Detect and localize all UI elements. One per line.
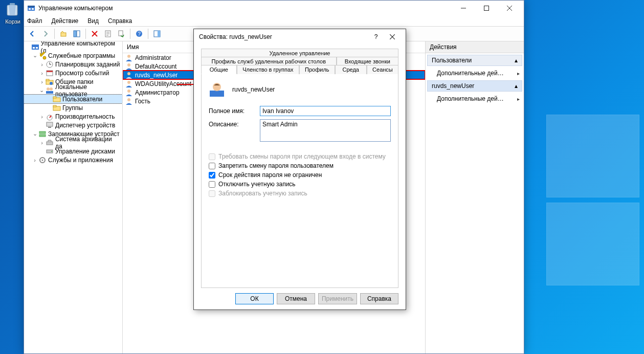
tree-utilities[interactable]: ⌄Служебные программы xyxy=(24,51,122,60)
svg-rect-18 xyxy=(33,47,35,49)
svg-point-20 xyxy=(43,56,46,59)
svg-text:?: ? xyxy=(138,31,141,37)
svg-rect-37 xyxy=(39,131,46,134)
check-never-expires[interactable]: Срок действия пароля не ограничен xyxy=(209,171,391,179)
svg-point-43 xyxy=(42,159,43,161)
menu-help[interactable]: Справка xyxy=(107,16,133,26)
desktop-light-effect xyxy=(547,115,644,291)
svg-rect-39 xyxy=(47,142,53,145)
svg-point-48 xyxy=(127,90,130,93)
action-more-users[interactable]: Дополнительные дей…▸ xyxy=(426,68,524,79)
svg-point-46 xyxy=(127,72,130,75)
svg-rect-31 xyxy=(53,97,56,98)
dialog-titlebar[interactable]: Свойства: ruvds_newUser ? xyxy=(194,29,406,45)
action-pane: Действия Пользователи▴ Дополнительные де… xyxy=(426,41,524,353)
window-title: Управление компьютером xyxy=(38,5,452,12)
tree-device-manager[interactable]: Диспетчер устройств xyxy=(24,121,122,129)
tab-member-of[interactable]: Членство в группах xyxy=(237,65,299,74)
tab-rds-profile[interactable]: Профиль служб удаленных рабочих столов xyxy=(201,57,337,65)
titlebar[interactable]: Управление компьютером xyxy=(24,1,524,16)
tab-page-general: ruvds_newUser Полное имя: Описание: Треб… xyxy=(201,74,398,288)
tab-environment[interactable]: Среда xyxy=(335,65,367,74)
action-pane-header: Действия xyxy=(426,41,524,53)
dialog-title: Свойства: ruvds_newUser xyxy=(199,33,368,40)
svg-rect-29 xyxy=(46,91,53,94)
collapse-icon: ▴ xyxy=(515,57,518,64)
svg-point-41 xyxy=(51,151,52,152)
full-name-input[interactable] xyxy=(260,106,391,116)
user-properties-dialog: Свойства: ruvds_newUser ? Удаленное упра… xyxy=(193,29,406,310)
svg-rect-19 xyxy=(36,47,38,49)
tab-remote-control[interactable]: Удаленное управление xyxy=(201,49,398,57)
menubar: Файл Действие Вид Справка xyxy=(24,16,524,27)
nav-forward-button[interactable] xyxy=(39,28,52,40)
svg-rect-36 xyxy=(48,127,51,128)
tree-disk-mgmt[interactable]: Управление дисками xyxy=(24,147,122,156)
nav-back-button[interactable] xyxy=(26,28,38,40)
svg-rect-25 xyxy=(46,79,49,81)
properties-button[interactable] xyxy=(102,28,114,40)
svg-rect-4 xyxy=(28,6,35,7)
svg-rect-38 xyxy=(39,135,46,137)
app-icon xyxy=(27,4,35,12)
recycle-bin-label: Корзи xyxy=(4,18,21,25)
check-disabled[interactable]: Отключить учетную запись xyxy=(209,181,391,188)
show-hide-tree-button[interactable] xyxy=(71,28,83,40)
tree-event-viewer[interactable]: ›Просмотр событий xyxy=(24,69,122,77)
label-description: Описание: xyxy=(209,119,260,128)
svg-point-49 xyxy=(127,98,130,101)
tree-local-users[interactable]: ⌄Локальные пользовате xyxy=(24,86,122,95)
check-locked: Заблокировать учетную запись xyxy=(209,190,391,197)
help-button[interactable]: Справка xyxy=(360,293,398,304)
minimize-button[interactable] xyxy=(452,1,475,16)
cancel-button[interactable]: Отмена xyxy=(277,293,315,304)
tree-performance[interactable]: ›Производительность xyxy=(24,112,122,121)
check-must-change: Требовать смены пароля при следующем вхо… xyxy=(209,153,391,160)
tab-general[interactable]: Общие xyxy=(201,65,237,74)
tree-services[interactable]: ›Службы и приложения xyxy=(24,156,122,164)
svg-point-27 xyxy=(47,87,50,91)
delete-button[interactable] xyxy=(88,28,101,40)
tab-sessions[interactable]: Сеансы xyxy=(367,65,398,74)
svg-point-47 xyxy=(127,81,130,84)
help-button[interactable]: ? xyxy=(133,28,145,40)
svg-point-44 xyxy=(127,55,130,58)
svg-rect-35 xyxy=(47,122,53,126)
description-input[interactable] xyxy=(260,119,391,142)
tree-root[interactable]: Управление компьютером (л xyxy=(24,42,122,51)
tab-incoming-calls[interactable]: Входящие звонки xyxy=(337,57,398,65)
check-cannot-change[interactable]: Запретить смену пароля пользователем xyxy=(209,162,391,169)
menu-file[interactable]: Файл xyxy=(26,16,43,26)
action-more-selected[interactable]: Дополнительные дей…▸ xyxy=(426,93,524,104)
svg-rect-10 xyxy=(77,31,80,37)
recycle-bin-icon[interactable]: Корзи xyxy=(4,1,21,25)
svg-rect-33 xyxy=(53,105,56,107)
svg-rect-52 xyxy=(210,91,224,97)
close-button[interactable] xyxy=(498,1,521,16)
ok-button[interactable]: ОК xyxy=(235,293,274,304)
up-button[interactable] xyxy=(57,28,70,40)
tab-profile[interactable]: Профиль xyxy=(299,65,335,74)
tree-groups[interactable]: Группы xyxy=(24,103,122,112)
svg-rect-9 xyxy=(74,31,76,37)
maximize-button[interactable] xyxy=(475,1,498,16)
chevron-right-icon: ▸ xyxy=(517,71,520,76)
tree-backup[interactable]: ›Система архивации да xyxy=(24,138,122,147)
menu-view[interactable]: Вид xyxy=(86,16,100,26)
svg-rect-5 xyxy=(29,8,31,10)
tree-pane[interactable]: Управление компьютером (л ⌄Служебные про… xyxy=(24,41,123,353)
collapse-icon: ▴ xyxy=(515,82,518,90)
apply-button[interactable]: Применить xyxy=(318,293,357,304)
svg-rect-16 xyxy=(158,31,160,37)
action-pane-button[interactable] xyxy=(151,28,163,40)
export-button[interactable] xyxy=(115,28,127,40)
svg-rect-8 xyxy=(61,33,66,36)
svg-point-26 xyxy=(50,82,53,85)
menu-action[interactable]: Действие xyxy=(51,16,80,26)
dialog-help-button[interactable]: ? xyxy=(368,29,384,45)
svg-rect-23 xyxy=(47,71,53,72)
tree-task-scheduler[interactable]: ›Планировщик заданий xyxy=(24,60,122,69)
action-group-selected[interactable]: ruvds_newUser▴ xyxy=(427,80,522,92)
dialog-close-button[interactable] xyxy=(384,29,401,45)
action-group-users[interactable]: Пользователи▴ xyxy=(427,55,522,66)
